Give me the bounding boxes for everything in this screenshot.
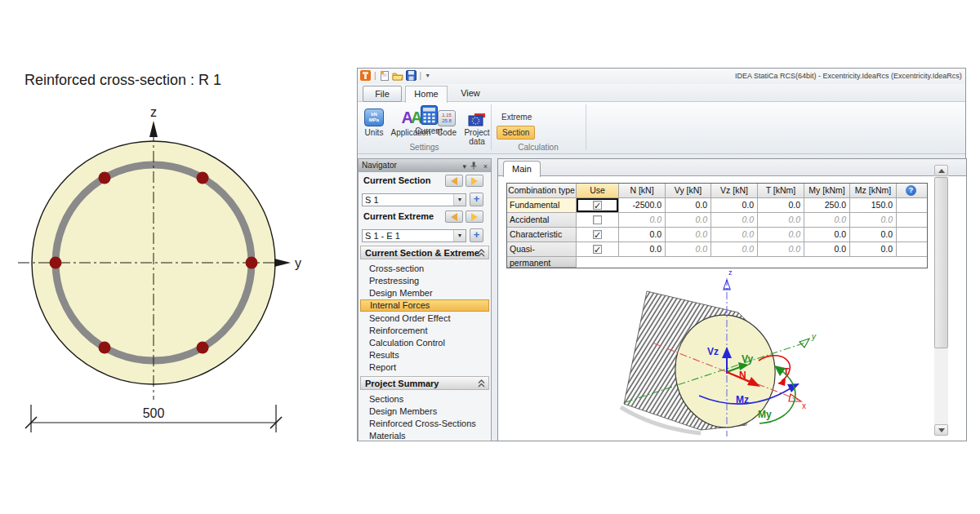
value-cell[interactable]: -2500.0 <box>619 198 666 213</box>
add-extreme-button[interactable]: + <box>470 228 483 242</box>
value-cell[interactable]: 0.0 <box>711 198 758 213</box>
nav-item-internal-forces[interactable]: Internal Forces <box>360 299 489 312</box>
checkbox-checked-icon[interactable] <box>593 245 602 254</box>
section-extreme-group-header[interactable]: Current Section & Extreme <box>360 246 489 259</box>
value-cell[interactable]: 0.0 <box>666 228 711 242</box>
title-bar: | | ▼ IDEA StatiCa RCS(64bit) <box>358 69 965 84</box>
current-extreme-dropdown[interactable]: S 1 - E 1 ▼ <box>362 229 466 242</box>
tab-file[interactable]: File <box>363 86 402 102</box>
toolbar-dropdown-icon[interactable]: ▼ <box>425 73 430 78</box>
previous-extreme-button[interactable] <box>445 210 463 223</box>
checkbox-checked-icon[interactable] <box>593 230 602 239</box>
scroll-down-button[interactable] <box>934 424 948 436</box>
value-cell[interactable]: 0.0 <box>850 213 897 228</box>
window-title: IDEA StatiCa RCS(64bit) - Excentricity.I… <box>735 72 964 80</box>
section-button[interactable]: Section <box>497 126 535 140</box>
value-cell[interactable]: 0.0 <box>850 242 897 257</box>
new-document-icon[interactable] <box>380 70 390 81</box>
nav-item-materials[interactable]: Materials <box>360 430 489 442</box>
current-section-dropdown[interactable]: S 1 ▼ <box>362 193 466 206</box>
value-cell[interactable]: 0.0 <box>758 213 804 228</box>
nav-item-design-members[interactable]: Design Members <box>360 405 489 418</box>
open-folder-icon[interactable] <box>392 71 403 81</box>
value-cell[interactable]: 0.0 <box>804 242 850 257</box>
next-extreme-button[interactable] <box>466 210 483 223</box>
value-cell[interactable]: 0.0 <box>619 213 666 228</box>
column-header-vz[interactable]: Vz [kN] <box>711 184 758 198</box>
project-data-button[interactable]: Project data <box>461 105 493 146</box>
right-arrow-icon <box>471 213 478 221</box>
nav-item-report[interactable]: Report <box>360 361 489 374</box>
y-axis-arrow <box>274 259 291 267</box>
x-axis-label: x <box>802 401 806 410</box>
scrollbar-thumb[interactable] <box>934 177 948 348</box>
units-button[interactable]: kNMPa Units <box>359 105 389 137</box>
use-checkbox-cell[interactable] <box>577 228 619 242</box>
checkbox-checked-icon[interactable] <box>593 201 602 210</box>
help-icon[interactable]: ? <box>906 185 916 196</box>
add-section-button[interactable]: + <box>470 193 483 206</box>
nav-item-reinforced-cross-sections[interactable]: Reinforced Cross-Sections <box>360 418 489 430</box>
column-header-mz[interactable]: Mz [kNm] <box>850 184 897 198</box>
current-section-label: Current Section <box>363 175 431 185</box>
value-cell[interactable]: 0.0 <box>804 213 850 228</box>
next-section-button[interactable] <box>466 175 483 187</box>
checkbox-unchecked-icon[interactable] <box>593 215 602 224</box>
column-header-n[interactable]: N [kN] <box>619 184 666 198</box>
column-header-my[interactable]: My [kNm] <box>804 184 850 198</box>
value-cell[interactable]: 0.0 <box>666 213 711 228</box>
previous-section-button[interactable] <box>445 175 463 187</box>
value-cell[interactable]: 0.0 <box>711 228 758 242</box>
tab-view[interactable]: View <box>451 86 490 102</box>
value-cell[interactable]: 0.0 <box>711 213 758 228</box>
value-cell[interactable]: 0.0 <box>758 198 804 213</box>
value-cell[interactable]: 0.0 <box>758 242 804 257</box>
tab-home[interactable]: Home <box>405 86 448 103</box>
chevron-down-icon[interactable]: ▼ <box>453 194 466 206</box>
panel-menu-icon[interactable]: ▾ <box>462 161 466 173</box>
nav-item-prestressing[interactable]: Prestressing <box>360 275 489 287</box>
value-cell[interactable]: 0.0 <box>619 242 666 257</box>
nav-item-calculation-control[interactable]: Calculation Control <box>360 337 489 349</box>
save-icon[interactable] <box>406 70 416 81</box>
nav-item-reinforcement[interactable]: Reinforcement <box>360 325 489 337</box>
quick-access-toolbar: | | ▼ <box>360 70 430 81</box>
nav-item-results[interactable]: Results <box>360 349 489 361</box>
value-cell[interactable]: 0.0 <box>850 228 897 242</box>
column-header-t[interactable]: T [kNm] <box>758 184 804 198</box>
3d-viewport[interactable]: z y x Vz Vy <box>499 257 933 441</box>
vertical-scrollbar[interactable] <box>934 165 948 436</box>
chevron-down-icon[interactable]: ▼ <box>453 230 466 241</box>
project-summary-group-header[interactable]: Project Summary <box>360 376 489 390</box>
row-label: Fundamental ULS <box>507 198 577 213</box>
value-cell[interactable]: 0.0 <box>619 228 666 242</box>
scroll-up-button[interactable] <box>934 165 948 176</box>
column-header-use[interactable]: Use <box>577 184 619 198</box>
column-header-combination-type[interactable]: Combination type <box>507 184 577 198</box>
left-arrow-icon <box>451 177 457 185</box>
use-checkbox-cell[interactable] <box>577 213 619 228</box>
value-cell[interactable]: 0.0 <box>758 228 804 242</box>
current-button[interactable]: Current <box>408 105 449 141</box>
value-cell[interactable]: 150.0 <box>850 198 897 213</box>
project-data-icon <box>468 113 486 126</box>
use-checkbox-cell[interactable] <box>577 198 619 213</box>
nav-item-second-order-effect[interactable]: Second Order Effect <box>360 312 489 325</box>
use-checkbox-cell[interactable] <box>577 242 619 257</box>
value-cell[interactable]: 0.0 <box>666 198 711 213</box>
nav-item-design-member[interactable]: Design Member <box>360 287 489 299</box>
value-cell[interactable]: 0.0 <box>711 242 758 257</box>
nav-item-sections[interactable]: Sections <box>360 393 489 405</box>
value-cell[interactable]: 0.0 <box>666 242 711 257</box>
spacer-cell <box>897 242 927 257</box>
value-cell[interactable]: 0.0 <box>804 228 850 242</box>
close-icon[interactable]: × <box>483 161 488 173</box>
column-header-vy[interactable]: Vy [kN] <box>666 184 711 198</box>
tab-main[interactable]: Main <box>503 161 541 177</box>
nav-item-cross-section[interactable]: Cross-section <box>360 263 489 275</box>
value-cell[interactable]: 250.0 <box>804 198 850 213</box>
rebar-dot <box>197 342 209 354</box>
pin-icon[interactable] <box>470 162 477 170</box>
collapse-chevron-icon <box>478 379 485 388</box>
extreme-button[interactable]: Extreme <box>497 111 537 123</box>
